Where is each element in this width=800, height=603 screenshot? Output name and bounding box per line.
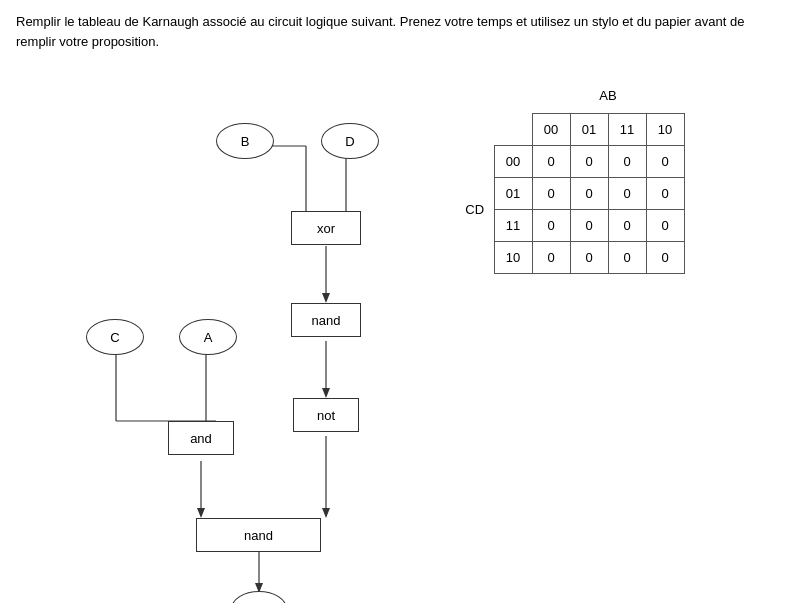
kmap-cell[interactable] <box>646 209 684 241</box>
kmap-cell[interactable] <box>532 177 570 209</box>
instruction-text: Remplir le tableau de Karnaugh associé a… <box>16 12 784 51</box>
kmap-table: AB 00 01 11 10 CD00011110 <box>456 81 685 274</box>
gate-nand-top: nand <box>291 303 361 337</box>
kmap-input-1-0[interactable] <box>537 182 565 204</box>
cd-label: CD <box>456 145 494 273</box>
kmap-cell[interactable] <box>646 241 684 273</box>
node-B: B <box>216 123 274 159</box>
node-A: A <box>179 319 237 355</box>
svg-marker-4 <box>322 293 330 303</box>
ab-label: AB <box>532 81 684 113</box>
kmap-input-2-0[interactable] <box>537 214 565 236</box>
kmap-input-0-1[interactable] <box>575 150 603 172</box>
kmap-input-3-1[interactable] <box>575 246 603 268</box>
svg-marker-14 <box>197 508 205 518</box>
gate-and: and <box>168 421 234 455</box>
kmap-cell[interactable] <box>608 177 646 209</box>
row-header-2: 11 <box>494 209 532 241</box>
kmap-input-0-2[interactable] <box>613 150 641 172</box>
gate-xor: xor <box>291 211 361 245</box>
col-header-3: 10 <box>646 113 684 145</box>
main-content: B D xor nand C A and not nand <box>16 71 784 601</box>
gate-nand-bot: nand <box>196 518 321 552</box>
kmap-input-3-2[interactable] <box>613 246 641 268</box>
svg-marker-6 <box>322 388 330 398</box>
kmap-input-3-3[interactable] <box>651 246 679 268</box>
kmap-cell[interactable] <box>570 241 608 273</box>
kmap-input-0-0[interactable] <box>537 150 565 172</box>
kmap-cell[interactable] <box>608 241 646 273</box>
kmap-input-2-2[interactable] <box>613 214 641 236</box>
kmap-input-0-3[interactable] <box>651 150 679 172</box>
kmap-input-2-1[interactable] <box>575 214 603 236</box>
kmap-input-1-2[interactable] <box>613 182 641 204</box>
svg-marker-13 <box>322 508 330 518</box>
kmap-cell[interactable] <box>570 177 608 209</box>
kmap-container: AB 00 01 11 10 CD00011110 <box>456 81 685 274</box>
circuit-diagram: B D xor nand C A and not nand <box>16 71 436 601</box>
kmap-cell[interactable] <box>532 241 570 273</box>
kmap-input-3-0[interactable] <box>537 246 565 268</box>
row-header-0: 00 <box>494 145 532 177</box>
kmap-input-1-3[interactable] <box>651 182 679 204</box>
kmap-cell[interactable] <box>570 145 608 177</box>
node-D: D <box>321 123 379 159</box>
kmap-input-1-1[interactable] <box>575 182 603 204</box>
kmap-cell[interactable] <box>570 209 608 241</box>
kmap-cell[interactable] <box>532 209 570 241</box>
kmap-cell[interactable] <box>608 145 646 177</box>
row-header-3: 10 <box>494 241 532 273</box>
kmap-cell[interactable] <box>646 145 684 177</box>
kmap-cell[interactable] <box>646 177 684 209</box>
kmap-cell[interactable] <box>532 145 570 177</box>
node-C: C <box>86 319 144 355</box>
col-header-0: 00 <box>532 113 570 145</box>
kmap-cell[interactable] <box>608 209 646 241</box>
row-header-1: 01 <box>494 177 532 209</box>
col-header-2: 11 <box>608 113 646 145</box>
kmap-input-2-3[interactable] <box>651 214 679 236</box>
col-header-1: 01 <box>570 113 608 145</box>
gate-not: not <box>293 398 359 432</box>
